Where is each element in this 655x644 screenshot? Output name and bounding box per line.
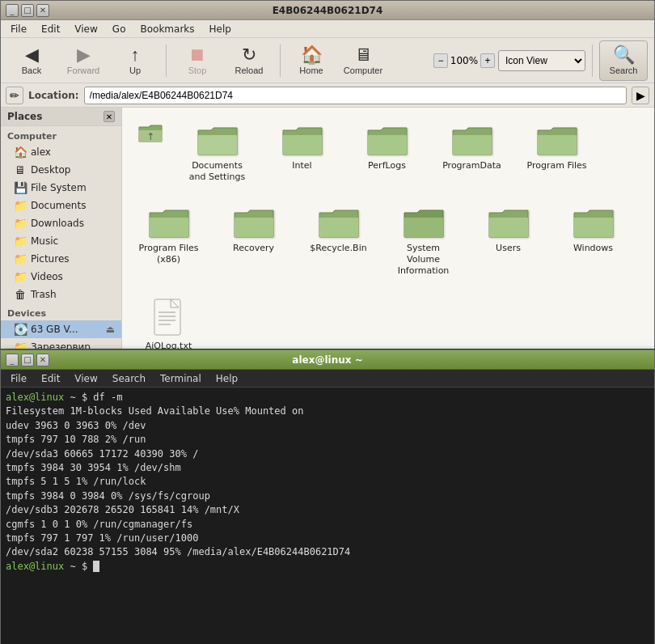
file-item-program-files[interactable]: Program Files [518,116,595,190]
fm-titlebar: _ □ ✕ E4B06244B0621D74 [1,1,654,20]
stop-icon: ⏹ [188,46,206,64]
fm-menu-bookmarks[interactable]: Bookmarks [133,22,201,36]
view-mode-dropdown[interactable]: Icon View List View Compact View [498,50,585,71]
zoom-controls: − 100% + [433,53,495,68]
sidebar-item-alex[interactable]: 🏠 alex [1,143,121,161]
term-prompt-line: alex@linux ~ $ [6,560,649,574]
sidebar-item-pictures[interactable]: 📁 Pictures [1,250,121,268]
term-line-5: /dev/sda3 60665 17172 40390 30% / [6,447,649,461]
term-close-button[interactable]: ✕ [36,354,49,366]
fm-sidebar: Places ✕ Computer 🏠 alex 🖥 Desktop 💾 Fil… [1,108,122,349]
up-button[interactable]: ↑ Up [111,40,159,81]
term-line-8: tmpfs 3984 0 3984 0% /sys/fs/cgroup [6,489,649,503]
folder-programfiles-icon [536,122,578,158]
home-icon: 🏠 [301,46,323,64]
term-cursor [93,561,99,572]
file-label-windows: Windows [573,243,613,254]
sidebar-item-reserved[interactable]: 📁 Зарезервир... [1,338,121,349]
back-button[interactable]: ◀ Back [7,40,56,81]
disk-icon: 💽 [14,323,27,336]
term-title: alex@linux ~ [49,354,606,366]
toolbar-separator-2 [280,44,281,77]
fm-menu-edit[interactable]: Edit [35,22,66,36]
computer-button[interactable]: 🖥 Computer [339,40,387,81]
sidebar-item-desktop[interactable]: 🖥 Desktop [1,161,121,179]
term-minimize-button[interactable]: _ [6,354,19,366]
file-item-system-volume[interactable]: System Volume Information [385,198,462,284]
file-item-program-files-x86[interactable]: Program Files (x86) [130,198,207,284]
fm-title: E4B06244B0621D74 [49,5,606,16]
folder-recovery-icon [233,205,275,240]
reload-button[interactable]: ↻ Reload [225,40,273,81]
fm-toolbar: ◀ Back ▶ Forward ↑ Up ⏹ Stop ↻ Reload 🏠 … [1,38,654,83]
fm-menu-go[interactable]: Go [106,22,133,36]
term-line-11: tmpfs 797 1 797 1% /run/user/1000 [6,532,649,545]
file-label-perflogs: PerfLogs [368,160,406,172]
term-body[interactable]: alex@linux ~ $ df -m Filesystem 1M-block… [1,388,654,644]
fm-content: Places ✕ Computer 🏠 alex 🖥 Desktop 💾 Fil… [1,108,654,349]
view-controls: − 100% + Icon View List View Compact Vie… [433,50,585,71]
term-menu-edit[interactable]: Edit [35,371,66,386]
sidebar-item-documents[interactable]: 📁 Documents [1,197,121,214]
home-button[interactable]: 🏠 Home [287,40,336,81]
reload-icon: ↻ [242,46,256,64]
term-titlebar: _ □ ✕ alex@linux ~ [1,350,654,370]
file-item-recovery[interactable]: Recovery [215,198,292,284]
fm-minimize-button[interactable]: _ [6,4,19,17]
eject-icon[interactable]: ⏏ [106,324,115,335]
term-menu-file[interactable]: File [4,371,33,386]
file-item-perflogs[interactable]: PerfLogs [349,116,425,190]
file-label-recovery: Recovery [233,243,274,254]
sidebar-item-music[interactable]: 📁 Music [1,232,121,250]
file-item-up[interactable]: ↑ [130,116,171,190]
forward-button[interactable]: ▶ Forward [59,40,108,81]
fm-close-button[interactable]: ✕ [36,4,49,17]
fm-maximize-button[interactable]: □ [21,4,34,17]
file-item-intel[interactable]: Intel [264,116,340,190]
sidebar-item-trash[interactable]: 🗑 Trash [1,286,121,303]
zoom-out-button[interactable]: − [433,53,448,68]
fm-menu-file[interactable]: File [4,22,33,36]
location-go-button[interactable]: ▶ [632,87,649,104]
fm-window-controls: _ □ ✕ [6,4,49,17]
term-menu-view[interactable]: View [68,371,104,386]
file-item-aiolog[interactable]: AiOLog.txt [130,291,207,349]
file-item-users[interactable]: Users [470,198,547,284]
file-label-program-files-x86: Program Files (x86) [135,243,202,266]
sidebar-close-button[interactable]: ✕ [104,111,115,122]
term-line-10: cgmfs 1 0 1 0% /run/cgmanager/fs [6,518,649,532]
term-menu-search[interactable]: Search [106,371,152,386]
file-item-windows[interactable]: Windows [555,198,632,284]
search-button[interactable]: 🔍 Search [599,40,648,81]
desktop-icon: 🖥 [14,163,27,176]
term-menu-terminal[interactable]: Terminal [154,371,208,386]
fm-menu-view[interactable]: View [68,22,104,36]
file-item-programdata[interactable]: ProgramData [433,116,510,190]
text-file-icon [153,298,185,338]
forward-icon: ▶ [77,46,91,64]
file-manager-window: _ □ ✕ E4B06244B0621D74 File Edit View Go… [0,0,655,348]
sidebar-item-filesystem[interactable]: 💾 File System [1,179,121,197]
sidebar-item-videos[interactable]: 📁 Videos [1,268,121,286]
filesystem-icon: 💾 [14,181,27,194]
computer-icon: 🖥 [354,46,372,64]
sidebar-section-computer: Computer [1,126,121,143]
zoom-in-button[interactable]: + [480,53,495,68]
downloads-icon: 📁 [14,217,27,230]
file-label-users: Users [496,243,521,254]
term-maximize-button[interactable]: □ [21,354,34,366]
file-label-programdata: ProgramData [442,160,501,172]
term-menu-help[interactable]: Help [209,371,244,386]
fm-menu-help[interactable]: Help [203,22,238,36]
file-item-recycle-bin[interactable]: $Recycle.Bin [300,198,377,284]
location-edit-button[interactable]: ✏ [6,87,23,104]
music-icon: 📁 [14,235,27,248]
term-line-1: alex@linux ~ $ df -m [6,391,649,405]
location-input[interactable] [84,87,627,104]
search-icon: 🔍 [613,46,635,64]
folder-programdata-icon [451,122,493,158]
file-item-documents-settings[interactable]: Documents and Settings [179,116,256,190]
sidebar-item-63gb[interactable]: 💽 63 GB V... ⏏ [1,320,121,338]
stop-button[interactable]: ⏹ Stop [173,40,222,81]
sidebar-item-downloads[interactable]: 📁 Downloads [1,214,121,232]
